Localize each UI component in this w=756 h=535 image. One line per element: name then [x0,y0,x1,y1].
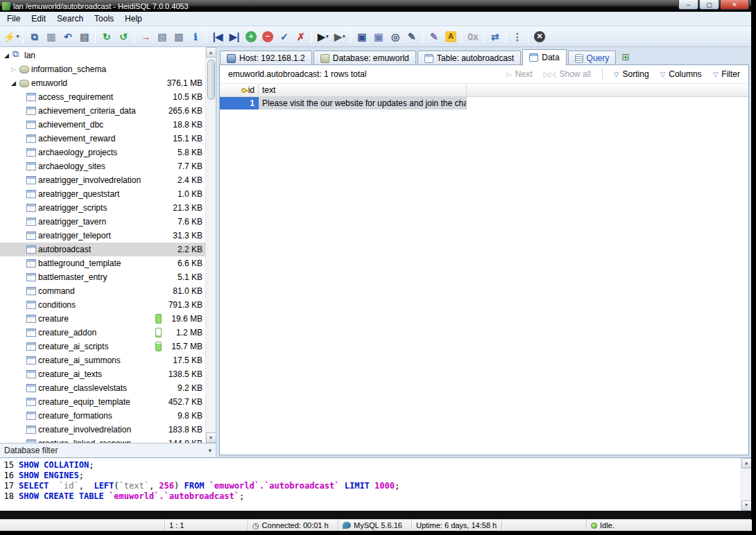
menu-search[interactable]: Search [51,12,89,25]
highlight-icon[interactable]: A [443,28,458,45]
collapse-arrow-icon[interactable]: ◢ [10,80,17,87]
tree-item-creature_equip_template[interactable]: creature_equip_template452.7 KB [0,395,205,409]
scroll-up-icon[interactable] [206,47,216,58]
database-filter[interactable]: Database filter [0,443,216,457]
tree-item-areatrigger_tavern[interactable]: areatrigger_tavern7.6 KB [0,215,205,229]
database-filter-dropdown-icon[interactable] [208,447,212,454]
tab-host[interactable]: Host: 192.168.1.2 [220,51,312,65]
collapse-arrow-icon[interactable]: ◢ [3,52,10,59]
tree-item-creature_formations[interactable]: creature_formations9.8 KB [0,409,205,423]
tree-item-achievement_dbc[interactable]: achievement_dbc18.8 KB [0,118,205,132]
show-all-button[interactable]: ▷▷|Show all [543,69,590,79]
tab-table[interactable]: Table: autobroadcast [418,51,521,65]
next-button[interactable]: ▷Next [506,69,532,79]
tree-item-archaeology_projects[interactable]: archaeology_projects5.8 KB [0,146,205,159]
session-manager-icon[interactable]: ⚡▾ [2,28,20,45]
log-horizontal-scrollbar[interactable] [0,511,751,519]
data-grid[interactable]: idtext 1Please visit the our website for… [220,84,748,455]
dropdown-arrow-icon[interactable]: ▾ [343,33,345,40]
database-tree[interactable]: ◢lan▷information_schema◢emuworld376.1 MB… [0,47,216,443]
tree-item-creature_involvedrelation[interactable]: creature_involvedrelation183.8 KB [0,423,205,437]
dropdown-arrow-icon[interactable]: ▾ [326,33,329,40]
tree-item-creature_ai_scripts[interactable]: creature_ai_scripts15.7 MB [0,340,205,353]
cancel-editing-icon[interactable]: ✗ [293,28,309,45]
tree-item-areatrigger_involvedrelation[interactable]: areatrigger_involvedrelation2.4 KB [0,173,205,187]
paste-icon[interactable]: ▥ [43,28,59,45]
tab-query[interactable]: Query [568,51,617,65]
table-row[interactable]: 1Please visit the our website for update… [220,97,748,109]
sql-log-scrollbar[interactable] [741,458,751,511]
tree-item-creature_ai_summons[interactable]: creature_ai_summons17.5 KB [0,353,205,367]
stop-icon[interactable]: ✕ [531,28,547,45]
insert-record-icon[interactable]: + [243,28,259,45]
refresh-all-icon[interactable]: ↺ [115,28,131,45]
scroll-down-icon[interactable] [206,432,216,443]
tree-item-creature_linked_respawn[interactable]: creature_linked_respawn144.8 KB [0,437,205,443]
menu-file[interactable]: File [1,12,26,25]
cell-text[interactable]: Please visit the our website for updates… [259,97,467,109]
find-icon[interactable]: ◎ [387,28,403,45]
tree-item-areatrigger_scripts[interactable]: areatrigger_scripts21.3 KB [0,201,205,215]
tree-item-information_schema[interactable]: ▷information_schema [0,62,205,76]
tree-item-autobroadcast[interactable]: autobroadcast2.2 KB [0,243,205,256]
tree-item-emuworld[interactable]: ◢emuworld376.1 MB [0,76,205,90]
menu-tools[interactable]: Tools [89,12,119,25]
tree-item-command[interactable]: command81.0 KB [0,284,205,298]
cell-id[interactable]: 1 [220,97,259,109]
tree-item-achievement_criteria_data[interactable]: achievement_criteria_data265.6 KB [0,104,205,118]
run-current-query-icon[interactable]: ▶▾ [332,28,347,45]
copy-icon[interactable]: ⧉ [26,28,42,45]
run-sql-icon[interactable]: ▶▾ [315,28,331,45]
swap-icon[interactable]: ⇄ [487,28,503,45]
sorting-button[interactable]: ▽Sorting [614,69,649,79]
scrollbar-thumb[interactable] [207,60,215,100]
tree-item-areatrigger_queststart[interactable]: areatrigger_queststart1.0 KB [0,187,205,201]
tree-item-battleground_template[interactable]: battleground_template6.6 KB [0,256,205,270]
new-window-icon[interactable]: ▥ [171,28,187,45]
titlebar[interactable]: lan /emuworld/autobroadcast - HeidiSQL 7… [0,0,751,12]
tree-scrollbar[interactable] [205,47,216,443]
menu-help[interactable]: Help [119,12,148,25]
export-sql-icon[interactable]: ▤ [154,28,170,45]
post-changes-icon[interactable]: ✓ [276,28,292,45]
columns-button[interactable]: ▽Columns [660,69,702,79]
first-record-icon[interactable]: |◀ [209,28,225,45]
save-icon[interactable]: ▣ [354,28,370,45]
maximize-button[interactable]: ▢ [699,0,719,10]
undo-icon[interactable]: ↶ [60,28,76,45]
print-icon[interactable]: ▤ [76,28,92,45]
tree-item-lan[interactable]: ◢lan [0,49,205,62]
expand-arrow-icon[interactable]: ▷ [10,66,17,73]
delete-record-icon[interactable]: − [259,28,275,45]
sql-log[interactable]: 15SHOW COLLATION;16SHOW ENGINES;17SELECT… [0,457,751,511]
tree-item-battlemaster_entry[interactable]: battlemaster_entry5.1 KB [0,270,205,284]
minimize-button[interactable]: ‒ [678,0,698,10]
column-header-id[interactable]: id [220,84,259,96]
tree-item-creature_classlevelstats[interactable]: creature_classlevelstats9.2 KB [0,381,205,395]
hex-view-icon[interactable]: 0x [465,28,481,45]
refresh-icon[interactable]: ↻ [98,28,114,45]
tab-database[interactable]: Database: emuworld [313,51,416,65]
tree-item-conditions[interactable]: conditions791.3 KB [0,298,205,312]
scroll-down-icon[interactable] [741,500,752,511]
tree-item-creature_ai_texts[interactable]: creature_ai_texts138.5 KB [0,367,205,381]
save-as-icon[interactable]: ▣ [370,28,386,45]
tree-item-creature_addon[interactable]: creature_addon1.2 MB [0,326,205,340]
overflow-icon[interactable]: ⋮ [509,28,525,45]
filter-button[interactable]: ▽Filter [713,69,740,79]
help-icon[interactable]: ℹ [187,28,203,45]
tree-item-achievement_reward[interactable]: achievement_reward15.1 KB [0,132,205,146]
column-header-text[interactable]: text [259,84,467,96]
tree-item-archaeology_sites[interactable]: archaeology_sites7.7 KB [0,159,205,173]
export-tables-icon[interactable]: → [137,28,153,45]
last-record-icon[interactable]: ▶| [226,28,242,45]
menu-edit[interactable]: Edit [26,12,51,25]
tab-data[interactable]: Data [522,49,566,65]
find-replace-icon[interactable]: ✎ [404,28,420,45]
tree-item-areatrigger_teleport[interactable]: areatrigger_teleport31.3 KB [0,229,205,243]
new-query-tab-icon[interactable]: ⊞ [621,51,630,62]
dropdown-arrow-icon[interactable]: ▾ [16,33,19,40]
reformat-sql-icon[interactable]: ✎ [426,28,442,45]
scroll-up-icon[interactable] [741,458,752,468]
close-button[interactable]: ✕ [720,0,749,10]
